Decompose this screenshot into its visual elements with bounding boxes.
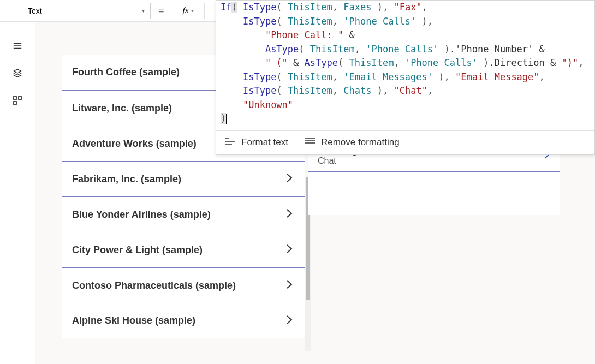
list-item[interactable]: City Power & Light (sample) xyxy=(62,232,305,267)
list-item-label: City Power & Light (sample) xyxy=(72,244,203,256)
list-item-label: Alpine Ski House (sample) xyxy=(72,315,195,326)
text-cursor xyxy=(226,114,227,124)
chevron-right-icon xyxy=(284,314,295,327)
formula-code[interactable]: If( IsType( ThisItem, Faxes ), "Fax", Is… xyxy=(216,1,594,130)
format-text-button[interactable]: Format text xyxy=(225,137,288,148)
list-item-label: Litware, Inc. (sample) xyxy=(72,103,172,114)
list-item-label: Fourth Coffee (sample) xyxy=(72,67,180,78)
formula-editor-popup: If( IsType( ThisItem, Faxes ), "Fax", Is… xyxy=(216,0,595,155)
list-item-label: Contoso Pharmaceuticals (sample) xyxy=(72,280,236,291)
chevron-right-icon xyxy=(284,279,295,292)
list-item[interactable]: Fabrikam, Inc. (sample) xyxy=(62,161,305,196)
list-item[interactable]: Blue Yonder Airlines (sample) xyxy=(62,196,305,232)
list-item[interactable]: Contoso Pharmaceuticals (sample) xyxy=(62,267,305,303)
remove-formatting-icon xyxy=(305,137,316,148)
svg-rect-1 xyxy=(19,97,21,99)
equals-sign: = xyxy=(158,5,164,16)
chevron-down-icon: ▾ xyxy=(191,8,193,14)
formula-popup-toolbar: Format text Remove formatting xyxy=(216,130,594,154)
chevron-right-icon xyxy=(284,243,295,256)
chevron-right-icon xyxy=(284,208,295,221)
list-item-label: Adventure Works (sample) xyxy=(72,138,197,150)
apps-icon[interactable] xyxy=(12,95,23,106)
layers-icon[interactable] xyxy=(12,68,23,79)
chevron-down-icon: ▾ xyxy=(142,8,145,14)
fx-button[interactable]: fx ▾ xyxy=(172,3,205,19)
activity-empty xyxy=(308,171,560,215)
property-dropdown-label: Text xyxy=(28,7,42,15)
left-nav-rail xyxy=(0,22,35,364)
list-item-label: Fabrikam, Inc. (sample) xyxy=(72,174,181,185)
list-item-label: Blue Yonder Airlines (sample) xyxy=(72,209,211,220)
svg-rect-0 xyxy=(14,97,16,99)
remove-formatting-button[interactable]: Remove formatting xyxy=(305,137,400,148)
activity-subtitle: Chat xyxy=(318,156,450,166)
chevron-right-icon xyxy=(284,172,295,186)
hamburger-icon[interactable] xyxy=(12,40,23,51)
remove-formatting-label: Remove formatting xyxy=(321,137,400,148)
format-text-icon xyxy=(225,137,236,148)
format-text-label: Format text xyxy=(241,137,288,148)
property-dropdown[interactable]: Text ▾ xyxy=(22,3,151,19)
svg-rect-2 xyxy=(14,102,16,104)
list-item[interactable]: Alpine Ski House (sample) xyxy=(62,303,305,338)
fx-label: fx xyxy=(183,6,189,15)
